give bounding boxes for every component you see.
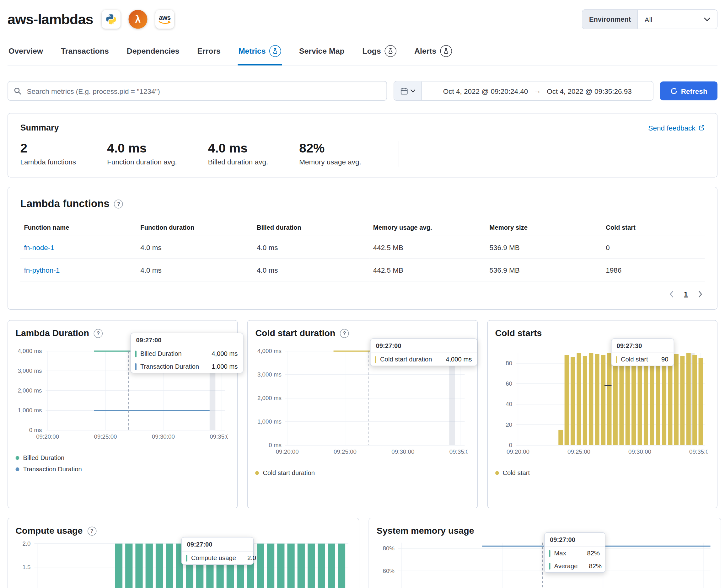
pagination: 1: [20, 281, 705, 302]
tab-alerts[interactable]: Alerts: [413, 43, 453, 66]
date-range-start[interactable]: Oct 4, 2022 @ 09:20:24.40: [443, 87, 528, 95]
date-range-end[interactable]: Oct 4, 2022 @ 09:35:26.93: [547, 87, 632, 95]
app-title: aws-lambdas: [7, 11, 93, 27]
svg-text:2,000 ms: 2,000 ms: [257, 395, 282, 401]
legend-item[interactable]: Billed Duration: [16, 454, 230, 462]
function-link[interactable]: fn-python-1: [24, 266, 60, 274]
tooltip-row: Cold start 90: [612, 353, 674, 366]
svg-text:1,000 ms: 1,000 ms: [257, 418, 282, 425]
metrics-toolbar: Oct 4, 2022 @ 09:20:24.40 → Oct 4, 2022 …: [7, 81, 718, 101]
svg-text:0: 0: [509, 442, 512, 448]
page-number[interactable]: 1: [684, 290, 688, 298]
chart-card-cold-start-duration: Cold start duration ? 4,000 ms3,000 ms2,…: [247, 320, 478, 508]
tooltip-time: 09:27:00: [371, 339, 477, 353]
legend-item[interactable]: Transaction Duration: [16, 466, 230, 473]
svg-text:2.0: 2.0: [22, 540, 30, 547]
svg-text:3,000 ms: 3,000 ms: [257, 371, 282, 378]
stat-function-duration: 4.0 ms Function duration avg.: [107, 141, 177, 166]
tab-overview[interactable]: Overview: [7, 43, 44, 66]
legend-dot: [16, 467, 19, 471]
tooltip-time: 09:27:00: [182, 538, 253, 552]
chart-tooltip: 09:27:00 Cold start duration 4,000 ms: [370, 339, 477, 366]
svg-text:80%: 80%: [382, 545, 394, 552]
tab-logs[interactable]: Logs: [361, 43, 398, 66]
prev-page-button[interactable]: [669, 290, 674, 298]
search-icon: [14, 87, 22, 95]
python-logo-icon: [102, 10, 121, 29]
chart-svg-cold-starts[interactable]: 80604020009:20:0009:25:0009:30:0009:35:0…: [495, 342, 707, 457]
tooltip-row: Compute usage 2.0: [182, 552, 253, 565]
tab-bar: Overview Transactions Dependencies Error…: [7, 43, 718, 66]
svg-text:0 ms: 0 ms: [29, 427, 42, 433]
beaker-icon[interactable]: [440, 45, 452, 57]
quick-select-button[interactable]: [394, 82, 422, 100]
function-link[interactable]: fn-node-1: [24, 244, 54, 252]
next-page-button[interactable]: [698, 290, 703, 298]
chart-card-lambda-duration: Lambda Duration ? 4,000 ms3,000 ms2,000 …: [7, 320, 238, 508]
svg-text:09:35:00: 09:35:00: [210, 433, 228, 440]
charts-row: Lambda Duration ? 4,000 ms3,000 ms2,000 …: [7, 320, 718, 508]
environment-select[interactable]: All: [638, 10, 717, 29]
functions-title: Lambda functions: [20, 198, 109, 210]
legend: Cold start duration: [255, 469, 470, 477]
chart-title: Compute usage: [16, 526, 83, 536]
aws-logo-icon: aws: [156, 10, 174, 29]
calendar-icon: [400, 87, 408, 95]
tab-dependencies[interactable]: Dependencies: [126, 43, 181, 66]
search-metrics-input[interactable]: [26, 86, 381, 96]
crosshair-cursor: [604, 382, 612, 389]
svg-text:20: 20: [505, 421, 512, 428]
send-feedback-link[interactable]: Send feedback: [648, 124, 705, 132]
date-range[interactable]: Oct 4, 2022 @ 09:20:24.40 → Oct 4, 2022 …: [422, 82, 653, 100]
help-icon[interactable]: ?: [114, 199, 123, 208]
svg-text:09:20:00: 09:20:00: [276, 448, 299, 455]
arrow-right-icon: →: [534, 87, 541, 95]
chart-title: System memory usage: [377, 526, 474, 536]
tab-errors[interactable]: Errors: [196, 43, 222, 66]
chart-tooltip: 09:27:00 Compute usage 2.0: [181, 537, 254, 565]
help-icon[interactable]: ?: [340, 329, 349, 338]
svg-text:09:20:00: 09:20:00: [36, 433, 59, 440]
app-header: aws-lambdas λ aws: [0, 0, 725, 29]
svg-text:1.5: 1.5: [22, 564, 30, 570]
beaker-icon[interactable]: [270, 45, 282, 57]
help-icon[interactable]: ?: [94, 329, 103, 338]
svg-text:1,000 ms: 1,000 ms: [18, 407, 42, 414]
legend-dot: [255, 471, 259, 475]
svg-text:09:30:00: 09:30:00: [152, 433, 175, 440]
legend: Billed Duration Transaction Duration: [16, 454, 230, 473]
tooltip-row: Cold start duration 4,000 ms: [371, 353, 477, 366]
svg-text:80: 80: [505, 360, 512, 366]
tooltip-time: 09:27:00: [131, 333, 243, 347]
tab-service-map[interactable]: Service Map: [298, 43, 345, 66]
tooltip-row: Billed Duration 4,000 ms: [131, 347, 243, 360]
chevron-down-icon: [704, 17, 710, 22]
column-header-function-duration: Function duration: [137, 219, 253, 236]
chart-card-system-memory: System memory usage 80%60%40%20%0%09:20:…: [369, 518, 722, 588]
stat-memory-usage: 82% Memory usage avg.: [299, 141, 361, 166]
svg-text:40: 40: [505, 401, 512, 407]
beaker-icon[interactable]: [385, 45, 397, 57]
legend-dot: [16, 456, 19, 460]
svg-text:09:25:00: 09:25:00: [334, 448, 356, 455]
column-header-memory-usage: Memory usage avg.: [369, 219, 486, 236]
column-header-memory-size: Memory size: [486, 219, 602, 236]
tooltip-row: Max 82%: [545, 547, 605, 560]
stats-divider: [399, 141, 399, 167]
chart-title: Cold starts: [495, 328, 542, 339]
chart-title: Cold start duration: [255, 328, 335, 339]
tooltip-time: 09:27:00: [545, 533, 605, 547]
svg-text:09:30:00: 09:30:00: [628, 448, 651, 455]
chart-tooltip: 09:27:00 Billed Duration 4,000 ms Transa…: [130, 333, 244, 373]
help-icon[interactable]: ?: [87, 526, 96, 536]
tab-metrics[interactable]: Metrics: [237, 43, 282, 66]
legend-item[interactable]: Cold start: [495, 469, 709, 477]
svg-text:09:35:00: 09:35:00: [450, 448, 468, 455]
environment-label: Environment: [582, 10, 638, 29]
refresh-button[interactable]: Refresh: [660, 82, 718, 100]
svg-text:09:30:00: 09:30:00: [392, 448, 415, 455]
legend-item[interactable]: Cold start duration: [255, 469, 470, 477]
tab-transactions[interactable]: Transactions: [60, 43, 110, 66]
svg-text:60: 60: [505, 380, 512, 387]
svg-text:09:25:00: 09:25:00: [567, 448, 591, 455]
